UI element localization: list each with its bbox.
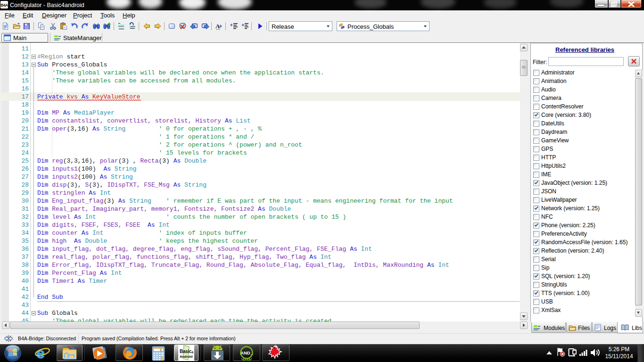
svg-text:Basic4: Basic4 <box>180 349 193 354</box>
svg-text:AND_: AND_ <box>240 350 253 355</box>
svg-text:0: 0 <box>160 349 162 352</box>
svg-text:Android: Android <box>180 354 193 359</box>
svg-text:B4A: B4A <box>0 3 8 8</box>
svg-text:e: e <box>36 345 45 361</box>
